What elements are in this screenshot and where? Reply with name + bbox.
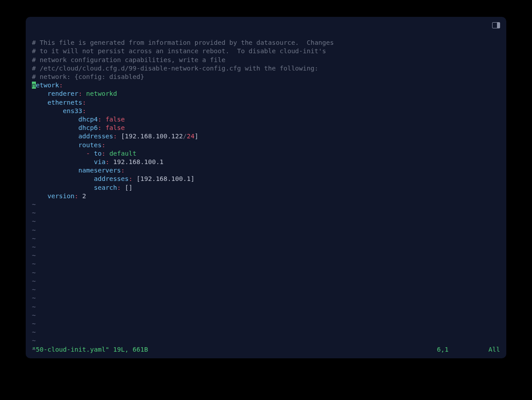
yaml-key: to	[94, 150, 102, 157]
yaml-value: 192.168.100.1	[113, 158, 164, 165]
cursor: n	[32, 82, 36, 89]
yaml-line: addresses: [192.168.100.122/24]	[32, 133, 198, 140]
comment-line: # network configuration capabilities, wr…	[32, 56, 226, 63]
empty-line-tilde: ~	[32, 303, 36, 310]
comment-line: # network: {config: disabled}	[32, 73, 144, 80]
comment-line: # /etc/cloud/cloud.cfg.d/99-disable-netw…	[32, 65, 318, 72]
yaml-line: dhcp4: false	[32, 116, 125, 123]
yaml-line: ens33:	[32, 107, 86, 114]
yaml-key: via	[94, 158, 106, 165]
yaml-line: - to: default	[32, 150, 137, 157]
comment-line: # to it will not persist across an insta…	[32, 47, 326, 55]
yaml-value: 24	[187, 133, 194, 140]
empty-line-tilde: ~	[32, 252, 36, 259]
vim-editor[interactable]: # This file is generated from informatio…	[32, 22, 500, 354]
yaml-key: addresses	[78, 133, 113, 140]
yaml-line: network:	[32, 82, 63, 89]
comment-line: # This file is generated from informatio…	[32, 39, 334, 46]
status-cursor-position: 6,1	[437, 345, 489, 354]
yaml-line: addresses: [192.168.100.1]	[32, 175, 195, 182]
empty-line-tilde: ~	[32, 337, 36, 344]
empty-line-tilde: ~	[32, 294, 36, 302]
yaml-line: dhcp6: false	[32, 124, 125, 131]
yaml-key: ens33	[63, 107, 82, 114]
yaml-line: search: []	[32, 184, 133, 191]
empty-line-tilde: ~	[32, 201, 36, 208]
yaml-line: nameservers:	[32, 167, 125, 174]
empty-line-tilde: ~	[32, 269, 36, 276]
yaml-key: etwork	[36, 82, 59, 89]
status-scroll-percent: All	[489, 345, 500, 354]
yaml-line: routes:	[32, 141, 106, 149]
empty-line-tilde: ~	[32, 260, 36, 267]
yaml-key: addresses	[94, 175, 129, 182]
yaml-value: false	[106, 124, 125, 131]
empty-line-tilde: ~	[32, 286, 36, 293]
empty-line-tilde: ~	[32, 209, 36, 216]
yaml-key: version	[47, 192, 74, 200]
yaml-line: ethernets:	[32, 99, 86, 106]
empty-line-tilde: ~	[32, 278, 36, 285]
yaml-key: dhcp4	[78, 116, 98, 123]
terminal-window: # This file is generated from informatio…	[26, 17, 506, 358]
yaml-value: false	[106, 116, 125, 123]
yaml-value: default	[110, 150, 137, 157]
empty-line-tilde: ~	[32, 218, 36, 225]
yaml-value: 192.168.100.1	[140, 175, 191, 182]
empty-line-tilde: ~	[32, 243, 36, 251]
yaml-line: renderer: networkd	[32, 90, 117, 97]
yaml-key: dhcp6	[78, 124, 98, 131]
yaml-value: 2	[82, 192, 86, 200]
yaml-key: ethernets	[47, 99, 82, 106]
vim-status-bar: "50-cloud-init.yaml" 19L, 661B 6,1 All	[32, 345, 500, 354]
yaml-value: 192.168.100.122	[125, 133, 183, 140]
panel-toggle-icon[interactable]	[492, 22, 500, 28]
empty-line-tilde: ~	[32, 227, 36, 234]
yaml-key: search	[94, 184, 117, 191]
empty-line-tilde: ~	[32, 320, 36, 327]
empty-line-tilde: ~	[32, 329, 36, 336]
yaml-line: version: 2	[32, 192, 86, 200]
empty-line-tilde: ~	[32, 312, 36, 319]
yaml-key: renderer	[47, 90, 78, 97]
status-filename: "50-cloud-init.yaml" 19L, 661B	[32, 345, 148, 354]
yaml-value: networkd	[86, 90, 117, 97]
yaml-key: routes	[78, 141, 102, 149]
yaml-line: via: 192.168.100.1	[32, 158, 164, 165]
empty-line-tilde: ~	[32, 235, 36, 242]
yaml-key: nameservers	[78, 167, 121, 174]
